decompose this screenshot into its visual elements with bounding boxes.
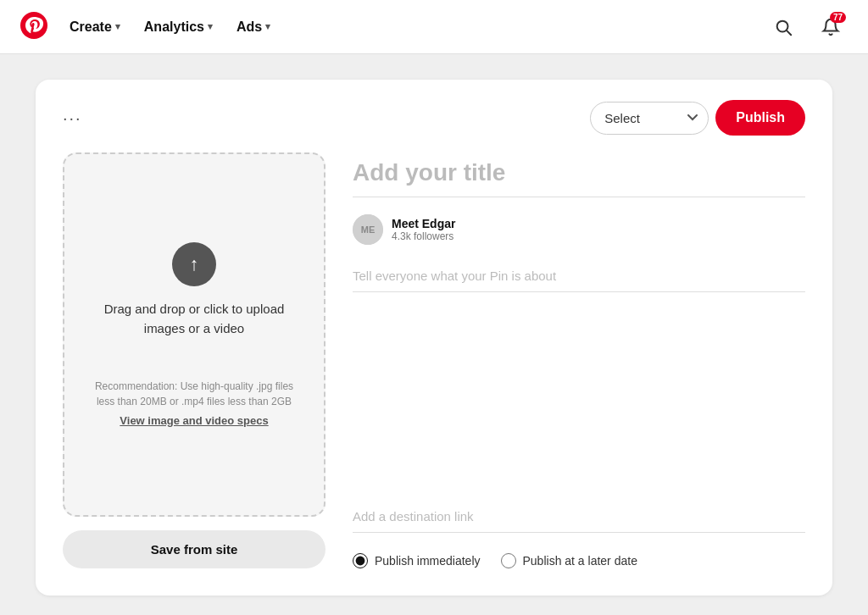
upload-section: ↑ Drag and drop or click to upload image… <box>63 152 326 568</box>
avatar: ME <box>353 214 383 245</box>
header-right: Select Publish <box>590 100 805 136</box>
nav-right: 77 <box>766 10 848 44</box>
publish-immediately-option[interactable]: Publish immediately <box>353 553 481 568</box>
save-from-site-button[interactable]: Save from site <box>63 530 326 568</box>
publish-later-option[interactable]: Publish at a later date <box>501 553 637 568</box>
publish-button[interactable]: Publish <box>715 100 805 136</box>
nav-analytics-label: Analytics <box>144 19 204 35</box>
upload-text: Drag and drop or click to upload images … <box>85 300 303 338</box>
specs-link[interactable]: View image and video specs <box>120 414 268 427</box>
svg-text:ME: ME <box>361 224 376 235</box>
publish-options: Publish immediately Publish at a later d… <box>353 553 805 568</box>
profile-name: Meet Edgar <box>392 217 455 230</box>
nav-left: Create ▾ Analytics ▾ Ads ▾ <box>20 12 766 42</box>
destination-link-input[interactable] <box>353 502 805 533</box>
svg-point-0 <box>20 12 47 39</box>
nav-ads-chevron: ▾ <box>265 21 270 32</box>
main-card: ··· Select Publish ↑ Drag and drop or cl… <box>36 80 832 596</box>
card-header: ··· Select Publish <box>63 100 805 136</box>
pinterest-logo[interactable] <box>20 12 47 42</box>
upload-icon-circle: ↑ <box>172 242 216 286</box>
notification-wrapper: 77 <box>814 10 848 44</box>
title-input[interactable] <box>353 152 805 197</box>
form-section: ME Meet Edgar 4.3k followers <box>353 152 805 568</box>
card-body: ↑ Drag and drop or click to upload image… <box>63 152 805 568</box>
search-icon <box>774 18 793 36</box>
publish-later-radio[interactable] <box>501 553 516 568</box>
svg-line-2 <box>787 30 791 35</box>
main-background: ··· Select Publish ↑ Drag and drop or cl… <box>0 54 868 615</box>
upload-arrow-icon: ↑ <box>190 253 199 275</box>
publish-later-label: Publish at a later date <box>523 554 637 568</box>
top-navigation: Create ▾ Analytics ▾ Ads ▾ 77 <box>0 0 868 54</box>
nav-analytics-chevron: ▾ <box>208 21 213 32</box>
profile-info: Meet Edgar 4.3k followers <box>392 217 455 242</box>
nav-ads-label: Ads <box>236 19 262 35</box>
upload-dropzone[interactable]: ↑ Drag and drop or click to upload image… <box>63 152 326 517</box>
description-input[interactable] <box>353 262 805 292</box>
nav-create-label: Create <box>70 19 112 35</box>
search-button[interactable] <box>766 10 800 44</box>
publish-immediately-radio[interactable] <box>353 553 368 568</box>
profile-followers: 4.3k followers <box>392 230 455 242</box>
publish-immediately-label: Publish immediately <box>375 554 481 568</box>
more-options-button[interactable]: ··· <box>63 108 82 128</box>
nav-create[interactable]: Create ▾ <box>61 13 129 42</box>
nav-analytics[interactable]: Analytics ▾ <box>136 13 221 42</box>
upload-recommendation: Recommendation: Use high-quality .jpg fi… <box>85 379 303 409</box>
nav-create-chevron: ▾ <box>115 21 120 32</box>
profile-row: ME Meet Edgar 4.3k followers <box>353 214 805 245</box>
nav-ads[interactable]: Ads ▾ <box>228 13 279 42</box>
board-select[interactable]: Select <box>590 102 709 135</box>
notification-badge: 77 <box>830 12 846 23</box>
